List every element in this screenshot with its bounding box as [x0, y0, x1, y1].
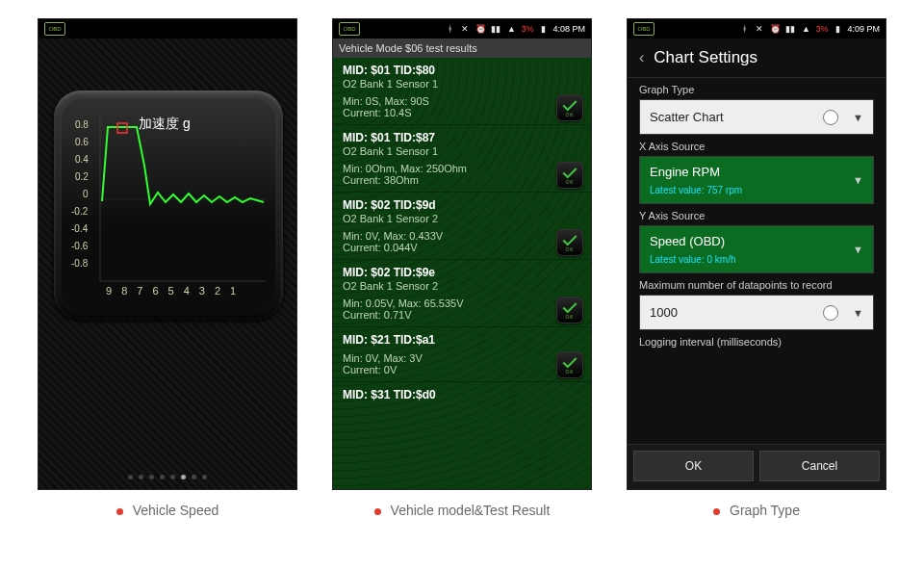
- result-stats: Min: 0V, Max: 3VCurrent: 0VOK: [333, 349, 591, 382]
- y-tick: 0.4: [75, 154, 89, 165]
- acceleration-chart: [62, 98, 275, 312]
- phone-vehicle-speed: OBD 加速度 g: [38, 19, 296, 489]
- max-datapoints-value: 1000: [650, 305, 678, 320]
- obd-badge-icon: OBD: [633, 22, 654, 36]
- x-axis-value: Engine RPM: [650, 165, 720, 179]
- wifi-icon: ▲: [505, 23, 517, 35]
- result-stats: Min: 0.05V, Max: 65.535VCurrent: 0.71VOK: [333, 294, 591, 327]
- result-minmax: Min: 0S, Max: 90S: [343, 95, 545, 107]
- result-item[interactable]: MID: $21 TID:$a1: [333, 327, 591, 349]
- dropdown-icon: ▼: [853, 307, 863, 319]
- y-tick: 0.8: [75, 119, 89, 130]
- result-mid: MID: $31 TID:$d0: [343, 388, 581, 401]
- clock: 4:08 PM: [552, 24, 585, 34]
- ok-button[interactable]: OK: [633, 451, 754, 481]
- battery-level: 3%: [815, 24, 828, 34]
- signal-icon: ▮▮: [784, 23, 796, 35]
- dropdown-icon: ▼: [853, 174, 863, 186]
- screen-title: Vehicle Mode $06 test results: [333, 39, 591, 58]
- cancel-button[interactable]: Cancel: [759, 451, 880, 481]
- result-item[interactable]: MID: $01 TID:$80O2 Bank 1 Sensor 1: [333, 58, 591, 91]
- result-mid: MID: $01 TID:$87: [343, 131, 581, 144]
- caption-1: Vehicle Speed: [38, 503, 296, 518]
- field-label-y-axis: Y Axis Source: [639, 210, 874, 221]
- result-stats: Min: 0S, Max: 90SCurrent: 10.4SOK: [333, 91, 591, 125]
- result-minmax: Min: 0V, Max: 0.433V: [343, 230, 545, 242]
- y-tick: -0.2: [71, 206, 88, 217]
- result-stats: Min: 0V, Max: 0.433VCurrent: 0.044VOK: [333, 226, 591, 260]
- alarm-icon: ⏰: [769, 23, 781, 35]
- x-axis-selector[interactable]: Engine RPM Latest value: 757 rpm ▼: [639, 156, 874, 204]
- field-label-x-axis: X Axis Source: [639, 141, 874, 152]
- result-current: Current: 0V: [343, 364, 545, 375]
- battery-level: 3%: [521, 24, 533, 34]
- signal-icon: ▮▮: [490, 23, 501, 35]
- x-axis-latest: Latest value: 757 rpm: [650, 185, 742, 195]
- radio-icon: [823, 305, 838, 321]
- y-tick: 0.2: [75, 171, 89, 182]
- mute-icon: ✕: [754, 23, 765, 35]
- dropdown-icon: ▼: [853, 112, 863, 123]
- bluetooth-icon: ᚼ: [738, 23, 750, 35]
- wifi-icon: ▲: [800, 23, 811, 35]
- result-item[interactable]: MID: $02 TID:$9dO2 Bank 1 Sensor 2: [333, 193, 591, 226]
- y-tick: -0.4: [71, 223, 88, 234]
- result-minmax: Min: 0V, Max: 3V: [343, 352, 545, 364]
- field-label-logging-interval: Logging interval (milliseconds): [639, 336, 874, 348]
- result-current: Current: 38Ohm: [343, 174, 545, 186]
- status-ok-badge: OK: [556, 94, 583, 121]
- page-title: Chart Settings: [654, 48, 757, 67]
- status-ok-badge: OK: [556, 297, 583, 323]
- result-sensor: O2 Bank 1 Sensor 1: [343, 145, 581, 157]
- result-current: Current: 0.044V: [343, 242, 545, 253]
- result-item[interactable]: MID: $01 TID:$87O2 Bank 1 Sensor 1: [333, 125, 591, 159]
- result-mid: MID: $02 TID:$9d: [343, 198, 581, 212]
- radio-icon: [823, 110, 838, 125]
- caption-2: Vehicle model&Test Result: [333, 503, 591, 518]
- result-item[interactable]: MID: $31 TID:$d0: [333, 382, 591, 403]
- obd-badge-icon: OBD: [44, 22, 65, 36]
- result-sensor: O2 Bank 1 Sensor 2: [343, 280, 581, 292]
- result-sensor: O2 Bank 1 Sensor 1: [343, 78, 581, 90]
- field-label-graph-type: Graph Type: [639, 84, 874, 95]
- gauge-screen: 加速度 g 0.8 0.6: [38, 39, 296, 489]
- max-datapoints-selector[interactable]: 1000 ▼: [639, 295, 874, 330]
- bluetooth-icon: ᚼ: [444, 23, 455, 35]
- status-bar: OBD ᚼ ✕ ⏰ ▮▮ ▲ 3% ▮ 4:09 PM: [628, 19, 886, 39]
- field-label-max-datapoints: Maximum number of datapoints to record: [639, 279, 874, 291]
- battery-icon: ▮: [537, 23, 549, 35]
- clock: 4:09 PM: [847, 24, 880, 34]
- y-axis-selector[interactable]: Speed (OBD) Latest value: 0 km/h ▼: [639, 225, 874, 273]
- phone-test-results: OBD ᚼ ✕ ⏰ ▮▮ ▲ 3% ▮ 4:08 PM Vehicle Mode…: [333, 19, 591, 489]
- status-ok-badge: OK: [556, 351, 583, 378]
- page-indicator[interactable]: [128, 475, 207, 479]
- x-axis-labels: 987654321: [106, 285, 245, 297]
- result-mid: MID: $02 TID:$9e: [343, 266, 581, 279]
- mute-icon: ✕: [459, 23, 471, 35]
- result-mid: MID: $21 TID:$a1: [343, 333, 581, 347]
- y-tick: -0.6: [71, 241, 88, 251]
- status-ok-badge: OK: [556, 229, 583, 256]
- result-stats: Min: 0Ohm, Max: 250OhmCurrent: 38OhmOK: [333, 159, 591, 193]
- obd-badge-icon: OBD: [339, 22, 360, 36]
- result-minmax: Min: 0Ohm, Max: 250Ohm: [343, 163, 545, 174]
- battery-icon: ▮: [832, 23, 843, 35]
- graph-type-value: Scatter Chart: [650, 110, 724, 124]
- graph-type-selector[interactable]: Scatter Chart ▼: [639, 99, 874, 135]
- status-ok-badge: OK: [556, 162, 583, 189]
- back-icon[interactable]: ‹: [639, 49, 644, 66]
- y-axis-value: Speed (OBD): [650, 234, 725, 248]
- dropdown-icon: ▼: [853, 244, 863, 255]
- result-sensor: O2 Bank 1 Sensor 2: [343, 213, 581, 224]
- y-tick: -0.8: [71, 258, 88, 269]
- test-results-list[interactable]: MID: $01 TID:$80O2 Bank 1 Sensor 1Min: 0…: [333, 58, 591, 489]
- result-mid: MID: $01 TID:$80: [343, 64, 581, 77]
- result-minmax: Min: 0.05V, Max: 65.535V: [343, 297, 545, 309]
- settings-header: ‹ Chart Settings: [628, 39, 886, 78]
- y-axis-latest: Latest value: 0 km/h: [650, 254, 736, 265]
- result-current: Current: 10.4S: [343, 107, 545, 118]
- result-item[interactable]: MID: $02 TID:$9eO2 Bank 1 Sensor 2: [333, 260, 591, 294]
- phone-chart-settings: OBD ᚼ ✕ ⏰ ▮▮ ▲ 3% ▮ 4:09 PM ‹ Chart Sett…: [628, 19, 886, 489]
- caption-3: Graph Type: [628, 503, 886, 518]
- y-tick: 0: [83, 189, 89, 199]
